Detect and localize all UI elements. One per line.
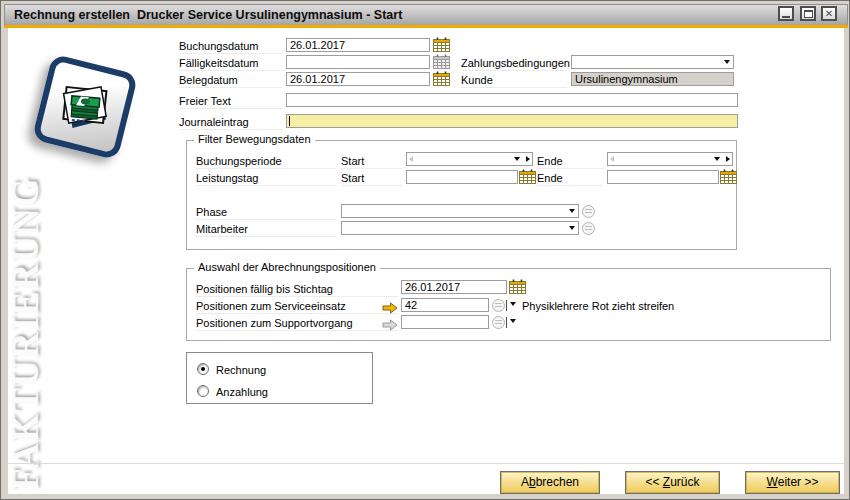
- billing-group-title: Auswahl der Abrechnungspositionen: [194, 261, 380, 273]
- kunde-label: Kunde: [461, 73, 567, 88]
- leistungstag-ende-label: Ende: [537, 171, 603, 186]
- stichtag-label: Positionen fällig bis Stichtag: [196, 282, 398, 297]
- filter-group-title: Filter Bewegungsdaten: [194, 133, 315, 145]
- chevron-down-icon[interactable]: [714, 157, 720, 161]
- window-title: Rechnung erstellen Drucker Service Ursul…: [14, 8, 402, 22]
- zahlungsbedingungen-label: Zahlungsbedingungen: [461, 56, 567, 71]
- calendar-icon[interactable]: [519, 169, 536, 184]
- zahlungsbedingungen-select[interactable]: [571, 55, 734, 69]
- calendar-icon-disabled: [433, 54, 450, 69]
- serviceeinsatz-input[interactable]: [401, 298, 489, 312]
- radio-rechnung-label[interactable]: Rechnung: [216, 364, 266, 376]
- serviceeinsatz-label: Positionen zum Serviceeinsatz: [196, 299, 398, 314]
- mitarbeiter-list-button[interactable]: [582, 222, 595, 235]
- calendar-icon[interactable]: [720, 169, 737, 184]
- next-button[interactable]: Weiter >>: [745, 471, 840, 494]
- chevron-down-icon: [724, 60, 730, 64]
- close-icon: ✕: [823, 8, 835, 19]
- chevron-down-icon[interactable]: [510, 302, 516, 306]
- buchungsperiode-ende-select[interactable]: [607, 152, 733, 166]
- supportvorgang-label: Positionen zum Supportvorgang: [196, 316, 398, 331]
- calendar-icon[interactable]: [509, 279, 526, 294]
- radio-anzahlung-label[interactable]: Anzahlung: [216, 386, 268, 398]
- stichtag-input[interactable]: [401, 280, 507, 294]
- divider: [506, 300, 507, 311]
- radio-anzahlung[interactable]: [197, 385, 209, 397]
- spin-left-icon[interactable]: [610, 156, 614, 162]
- chevron-down-icon: [569, 226, 575, 230]
- journaleintrag-label: Journaleintrag: [179, 115, 283, 130]
- footer-separator: [8, 463, 844, 464]
- spin-right-icon[interactable]: [726, 156, 730, 162]
- text-cursor: [289, 116, 290, 126]
- link-arrow-icon[interactable]: [382, 300, 398, 312]
- divider: [506, 317, 507, 328]
- phase-select[interactable]: [341, 204, 579, 218]
- leistungstag-start-label: Start: [341, 171, 403, 186]
- close-button[interactable]: ✕: [821, 6, 837, 21]
- titlebar: Rechnung erstellen Drucker Service Ursul…: [4, 4, 848, 25]
- module-watermark: FAKTURIERUNG: [1, 191, 49, 476]
- back-button[interactable]: << Zurück: [625, 471, 720, 494]
- document-type-box: [186, 352, 373, 404]
- freier-text-input[interactable]: [286, 93, 738, 107]
- radio-rechnung[interactable]: [197, 363, 209, 375]
- maximize-button[interactable]: [800, 6, 816, 21]
- minimize-button[interactable]: [778, 6, 794, 21]
- belegdatum-input[interactable]: [286, 72, 430, 86]
- minimize-icon: [782, 16, 790, 18]
- buchungsdatum-label: Buchungsdatum: [179, 39, 283, 54]
- kunde-field: [571, 72, 734, 86]
- serviceeinsatz-info: Physiklehrere Rot zieht streifen: [522, 300, 674, 312]
- leistungstag-ende-input[interactable]: [607, 170, 719, 184]
- money-invoice-icon: [49, 71, 122, 144]
- link-arrow-disabled-icon: [382, 317, 398, 329]
- calendar-icon[interactable]: [433, 37, 450, 52]
- supportvorgang-input[interactable]: [401, 315, 489, 329]
- journaleintrag-input[interactable]: [286, 114, 738, 128]
- buchungsperiode-start-label: Start: [341, 154, 403, 169]
- belegdatum-label: Belegdatum: [179, 73, 283, 88]
- spin-right-icon[interactable]: [526, 156, 530, 162]
- chevron-down-icon[interactable]: [510, 319, 516, 323]
- leistungstag-label: Leistungstag: [196, 171, 336, 186]
- spin-left-icon[interactable]: [409, 156, 413, 162]
- phase-label: Phase: [196, 205, 336, 220]
- faelligkeitsdatum-input[interactable]: [286, 55, 430, 69]
- leistungstag-start-input[interactable]: [406, 170, 518, 184]
- buchungsdatum-input[interactable]: [286, 38, 430, 52]
- mitarbeiter-select[interactable]: [341, 221, 579, 235]
- chevron-down-icon: [569, 209, 575, 213]
- supportvorgang-list-button[interactable]: [492, 316, 505, 329]
- faelligkeitsdatum-label: Fälligkeitsdatum: [179, 56, 283, 71]
- buchungsperiode-start-select[interactable]: [406, 152, 533, 166]
- buchungsperiode-label: Buchungsperiode: [196, 154, 336, 169]
- mitarbeiter-label: Mitarbeiter: [196, 222, 336, 237]
- freier-text-label: Freier Text: [179, 94, 283, 109]
- module-watermark-text: FAKTURIERUNG: [4, 177, 47, 491]
- calendar-icon[interactable]: [433, 71, 450, 86]
- buchungsperiode-ende-label: Ende: [537, 154, 603, 169]
- phase-list-button[interactable]: [582, 205, 595, 218]
- cancel-button[interactable]: Abbrechen: [500, 471, 600, 494]
- maximize-icon: [804, 10, 813, 18]
- invoice-wizard-window: Rechnung erstellen Drucker Service Ursul…: [0, 0, 850, 500]
- chevron-down-icon[interactable]: [514, 157, 520, 161]
- serviceeinsatz-list-button[interactable]: [492, 299, 505, 312]
